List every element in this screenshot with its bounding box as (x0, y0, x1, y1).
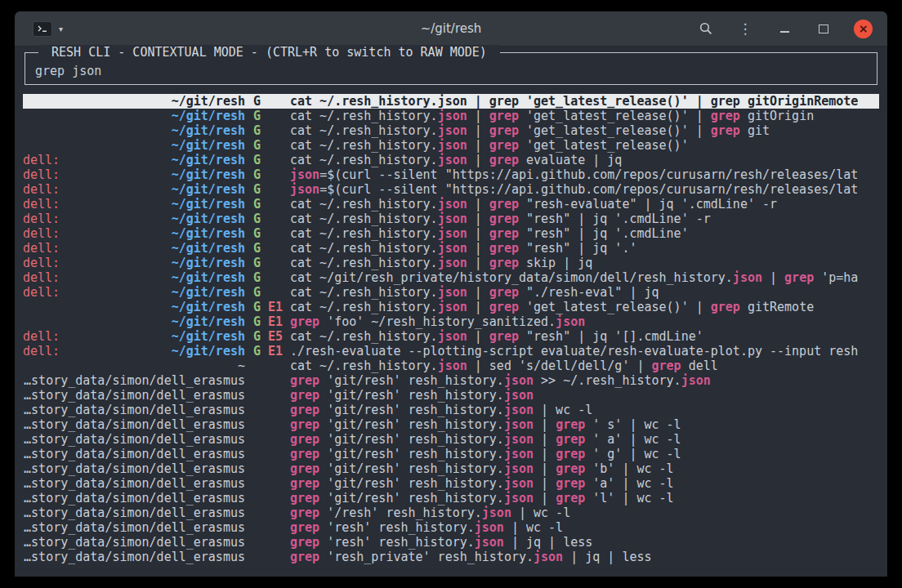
history-row[interactable]: …story_data/simon/dell_erasmusgrep 'resh… (23, 520, 879, 535)
history-row[interactable]: …story_data/simon/dell_erasmusgrep 'git/… (23, 491, 879, 506)
restore-button[interactable] (815, 20, 833, 38)
history-row[interactable]: ~/git/reshGE1grep 'foo' ~/resh_history_s… (23, 314, 879, 329)
menu-icon[interactable]: ⋮ (736, 20, 754, 38)
history-row[interactable]: dell:~/git/reshGE5cat ~/.resh_history.js… (23, 329, 879, 344)
row-command: grep 'git/resh' resh_history.json | wc -… (290, 403, 879, 417)
history-row[interactable]: …story_data/simon/dell_erasmusgrep 'resh… (23, 535, 879, 550)
flag-g: G (253, 285, 261, 300)
row-flags (245, 550, 290, 564)
history-row[interactable]: ~/git/reshGcat ~/.resh_history.json | gr… (23, 138, 879, 153)
row-directory: …story_data/simon/dell_erasmus (24, 550, 245, 564)
row-flags: G (245, 182, 290, 197)
row-flags: G (245, 212, 290, 226)
history-row[interactable]: dell:~/git/reshGE1./resh-evaluate --plot… (23, 344, 879, 359)
row-directory: ~/git/resh (172, 226, 245, 241)
row-directory: ~/git/resh (172, 329, 245, 344)
search-icon[interactable] (697, 20, 715, 38)
row-command: grep '/resh' resh_history.json | wc -l (290, 506, 879, 520)
match-highlight: grep (290, 491, 319, 506)
history-row[interactable]: dell:~/git/reshGcat ~/.resh_history.json… (23, 285, 879, 300)
match-highlight: json (504, 461, 534, 476)
row-directory: ~/git/resh (172, 138, 245, 153)
minimize-icon (780, 31, 789, 33)
row-context: …story_data/simon/dell_erasmus (23, 388, 245, 403)
history-row[interactable]: …story_data/simon/dell_erasmusgrep 'git/… (23, 388, 879, 403)
flag-g: G (253, 138, 261, 153)
history-row[interactable]: ~/git/reshGcat ~/.resh_history.json | gr… (23, 94, 879, 109)
match-highlight: grep (290, 432, 319, 447)
minimize-button[interactable] (775, 20, 793, 38)
history-row[interactable]: …story_data/simon/dell_erasmusgrep 'resh… (23, 550, 879, 564)
flag-g: G (253, 153, 261, 167)
history-row[interactable]: dell:~/git/reshGcat ~/.resh_history.json… (23, 226, 879, 241)
history-row[interactable]: dell:~/git/reshGcat ~/.resh_history.json… (23, 256, 879, 270)
row-command: cat ~/.resh_history.json | grep 'get_lat… (290, 300, 879, 314)
history-row[interactable]: ~/git/reshGcat ~/.resh_history.json | gr… (23, 123, 879, 138)
history-row[interactable]: …story_data/simon/dell_erasmusgrep '/res… (23, 506, 879, 520)
match-highlight: grep (489, 94, 519, 109)
match-highlight: grep (556, 476, 585, 491)
match-highlight: grep (784, 270, 814, 285)
match-highlight: json (438, 197, 467, 212)
row-directory: ~/git/resh (172, 197, 245, 212)
history-row[interactable]: dell:~/git/reshGcat ~/git/resh_private/h… (23, 270, 879, 285)
row-command: json=$(curl --silent "https://api.github… (290, 167, 879, 182)
history-row[interactable]: …story_data/simon/dell_erasmusgrep 'git/… (23, 476, 879, 491)
row-context: ~/git/resh (23, 94, 245, 109)
history-row[interactable]: dell:~/git/reshGcat ~/.resh_history.json… (23, 197, 879, 212)
history-row[interactable]: ~/git/reshGcat ~/.resh_history.json | gr… (23, 109, 879, 123)
match-highlight: json (733, 270, 762, 285)
history-row[interactable]: dell:~/git/reshGjson=$(curl --silent "ht… (23, 182, 879, 197)
row-context: …story_data/simon/dell_erasmus (23, 461, 245, 476)
row-flags (245, 506, 290, 520)
history-row[interactable]: …story_data/simon/dell_erasmusgrep 'git/… (23, 461, 879, 476)
flag-g: G (253, 226, 261, 241)
terminal-content: RESH CLI - CONTEXTUAL MODE - (CTRL+R to … (15, 52, 887, 564)
history-row[interactable]: …story_data/simon/dell_erasmusgrep 'git/… (23, 447, 879, 461)
row-context: dell:~/git/resh (23, 197, 245, 212)
close-button[interactable]: × (854, 20, 873, 38)
history-row[interactable]: dell:~/git/reshGcat ~/.resh_history.json… (23, 241, 879, 256)
row-flags (245, 388, 290, 403)
row-context: dell:~/git/resh (23, 241, 245, 256)
row-flags: G (245, 109, 290, 123)
history-row[interactable]: dell:~/git/reshGcat ~/.resh_history.json… (23, 212, 879, 226)
row-directory: ~/git/resh (172, 182, 245, 197)
row-directory: ~/git/resh (172, 300, 245, 314)
history-row[interactable]: dell:~/git/reshGjson=$(curl --silent "ht… (23, 167, 879, 182)
match-highlight: json (504, 432, 534, 447)
row-context: ~/git/resh (23, 109, 245, 123)
history-row[interactable]: ~/git/reshGE1cat ~/.resh_history.json | … (23, 300, 879, 314)
titlebar-controls: ⋮ × (697, 20, 887, 38)
row-command: grep 'git/resh' resh_history.json | grep… (290, 447, 879, 461)
row-command: cat ~/.resh_history.json | grep "resh-ev… (290, 197, 879, 212)
match-highlight: grep (290, 550, 319, 564)
row-host: dell: (23, 344, 60, 359)
row-context: …story_data/simon/dell_erasmus (23, 476, 245, 491)
history-row[interactable]: …story_data/simon/dell_erasmusgrep 'git/… (23, 432, 879, 447)
match-highlight: grep (489, 109, 519, 123)
row-command: cat ~/.resh_history.json | grep 'get_lat… (290, 138, 879, 153)
row-flags: G (245, 197, 290, 212)
resh-search-panel: RESH CLI - CONTEXTUAL MODE - (CTRL+R to … (25, 52, 877, 85)
history-row[interactable]: …story_data/simon/dell_erasmusgrep 'git/… (23, 417, 879, 432)
row-context: dell:~/git/resh (23, 182, 245, 197)
match-highlight: grep (290, 373, 319, 388)
history-row[interactable]: …story_data/simon/dell_erasmusgrep 'git/… (23, 403, 879, 417)
match-highlight: json (504, 417, 534, 432)
flag-e1: E1 (268, 314, 283, 329)
row-command: grep 'resh' resh_history.json | wc -l (290, 520, 879, 535)
row-directory: …story_data/simon/dell_erasmus (24, 447, 245, 461)
history-row[interactable]: dell:~/git/reshGcat ~/.resh_history.json… (23, 153, 879, 167)
row-directory: ~/git/resh (172, 241, 245, 256)
row-context: dell:~/git/resh (23, 167, 245, 182)
history-row[interactable]: …story_data/simon/dell_erasmusgrep 'git/… (23, 373, 879, 388)
row-context: …story_data/simon/dell_erasmus (23, 432, 245, 447)
row-command: cat ~/.resh_history.json | grep "resh" |… (290, 212, 879, 226)
match-highlight: grep (290, 417, 319, 432)
row-host: dell: (23, 153, 60, 167)
row-command: grep 'resh' resh_history.json | jq | les… (290, 535, 879, 550)
match-highlight: json (504, 388, 534, 403)
history-row[interactable]: ~cat ~/.resh_history.json | sed 's/dell/… (23, 359, 879, 373)
match-highlight: json (504, 491, 534, 506)
